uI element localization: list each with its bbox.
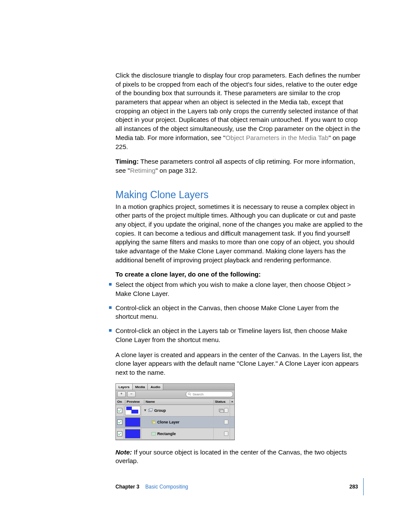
bullet-icon <box>109 306 112 309</box>
paragraph-intro: In a motion graphics project, sometimes … <box>115 202 364 265</box>
lock-icon[interactable] <box>224 431 228 436</box>
panel-toolbar: + − Search <box>116 390 234 399</box>
list-item-text: Control-click an object in the Layers ta… <box>115 327 347 343</box>
tab-layers[interactable]: Layers <box>116 384 133 390</box>
list-item: Control-click an object in the Layers ta… <box>115 327 364 344</box>
list-item-text: Control-click an object in the Canvas, t… <box>115 304 339 320</box>
layer-row-group[interactable]: ▼ Group <box>116 405 234 417</box>
chapter-label: Chapter 3 <box>115 484 139 490</box>
col-on: On <box>116 400 125 404</box>
paragraph-crop: Click the disclosure triangle to display… <box>115 71 364 151</box>
remove-button[interactable]: − <box>127 391 136 397</box>
link-retiming[interactable]: Retiming <box>130 167 156 174</box>
list-item: Select the object from which you wish to… <box>115 280 364 298</box>
page-number: 283 <box>349 484 358 490</box>
stack-icon[interactable] <box>219 409 223 412</box>
bullet-icon <box>109 283 112 286</box>
visibility-checkbox[interactable] <box>117 420 122 425</box>
note-label: Note: <box>115 448 132 456</box>
text: Click the disclosure triangle to display… <box>115 72 361 141</box>
section-heading: Making Clone Layers <box>115 189 364 201</box>
bullet-icon <box>109 329 112 332</box>
svg-rect-6 <box>152 432 156 435</box>
search-placeholder: Search <box>193 392 203 396</box>
tab-audio[interactable]: Audio <box>148 384 163 390</box>
search-icon <box>188 392 191 396</box>
note-paragraph: Note: If your source object is located i… <box>115 448 364 466</box>
col-preview: Preview <box>125 400 144 404</box>
link-object-parameters[interactable]: Object Parameters in the Media Tab <box>225 134 328 141</box>
svg-rect-5 <box>153 421 156 424</box>
list-item-text: Select the object from which you wish to… <box>115 281 351 297</box>
text: " on page 312. <box>156 167 197 174</box>
timing-label: Timing: <box>115 158 139 165</box>
layer-row-clone[interactable]: Clone Layer <box>116 417 234 428</box>
instruction-heading: To create a clone layer, do one of the f… <box>115 271 364 278</box>
search-input[interactable]: Search <box>186 391 233 397</box>
clone-layer-icon <box>151 420 156 424</box>
instruction-list: Select the object from which you wish to… <box>115 280 364 344</box>
visibility-checkbox[interactable] <box>117 431 122 436</box>
layer-name: Rectangle <box>157 432 176 436</box>
layer-thumbnail <box>125 406 140 415</box>
paragraph-timing: Timing: These parameters control all asp… <box>115 157 364 175</box>
svg-rect-3 <box>149 408 153 411</box>
paragraph-result: A clone layer is created and appears in … <box>115 351 364 377</box>
svg-point-0 <box>188 393 190 395</box>
col-name: Name <box>144 400 214 404</box>
lock-icon[interactable] <box>224 408 228 413</box>
chapter-title[interactable]: Basic Compositing <box>145 484 188 490</box>
lock-icon[interactable] <box>224 420 228 424</box>
page-footer: Chapter 3 Basic Compositing 283 <box>115 478 364 495</box>
col-expand[interactable]: » <box>230 400 234 404</box>
group-icon <box>148 408 153 413</box>
column-headers: On Preview Name Status » <box>116 399 234 405</box>
col-status: Status <box>214 400 230 404</box>
disclosure-triangle-icon[interactable]: ▼ <box>143 408 147 412</box>
layer-thumbnail <box>125 429 140 439</box>
layer-name: Clone Layer <box>157 420 180 424</box>
layer-thumbnail <box>125 417 140 427</box>
note-text: If your source object is located in the … <box>115 448 347 465</box>
visibility-checkbox[interactable] <box>117 408 122 413</box>
tab-media[interactable]: Media <box>133 384 148 390</box>
add-button[interactable]: + <box>117 391 126 397</box>
tab-spacer <box>163 384 234 390</box>
layers-panel: Layers Media Audio + − Search On Preview… <box>115 383 235 440</box>
layer-row-rectangle[interactable]: Rectangle <box>116 428 234 440</box>
list-item: Control-click an object in the Canvas, t… <box>115 304 364 321</box>
panel-tabs: Layers Media Audio <box>116 384 234 390</box>
layer-name: Group <box>154 408 166 413</box>
shape-icon <box>151 432 156 436</box>
svg-line-1 <box>190 395 191 395</box>
